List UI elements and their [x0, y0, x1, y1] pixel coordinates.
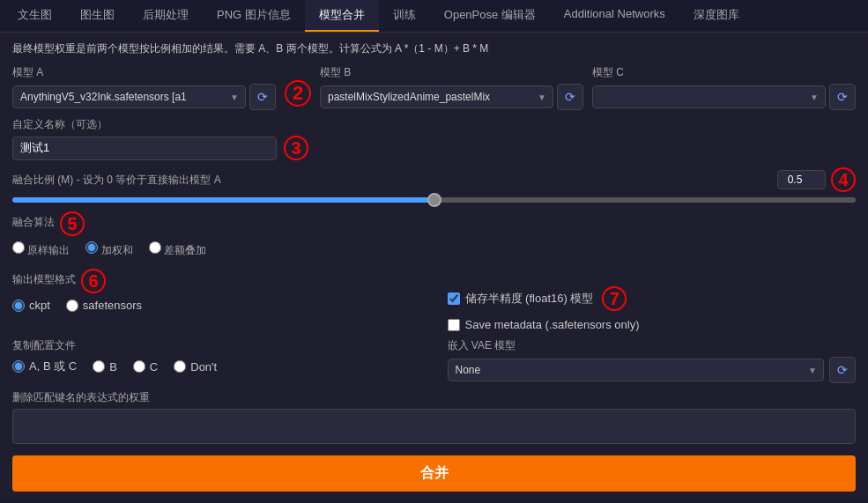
delete-expr-label: 删除匹配键名的表达式的权重: [12, 391, 150, 403]
save-half-checkbox-item[interactable]: 储存半精度 (float16) 模型: [448, 291, 594, 307]
annotation-2: 2: [285, 80, 311, 107]
delete-expr-textarea[interactable]: [12, 409, 856, 444]
nav-tab-img2img[interactable]: 图生图: [66, 0, 129, 32]
merge-ratio-label: 融合比例 (M) - 设为 0 等价于直接输出模型 A: [12, 173, 221, 188]
model-a-select-wrap: AnythingV5_v32Ink.safetensors [a1 ⟳: [12, 84, 276, 110]
merge-algo-label: 融合算法: [12, 215, 55, 230]
nav-tab-addnetworks[interactable]: Additional Networks: [550, 0, 679, 32]
copy-config-c-label: C: [150, 360, 158, 374]
copy-config-vae-row: 复制配置文件 A, B 或 C B C Don't: [12, 338, 856, 383]
save-half-checkbox[interactable]: [448, 292, 460, 305]
model-b-select-container: pastelMixStylizedAnime_pastelMix: [320, 85, 553, 108]
model-c-col: 模型 C ⟳: [592, 65, 856, 110]
custom-name-input[interactable]: [12, 137, 277, 160]
save-metadata-label: Save metadata (.safetensors only): [465, 318, 640, 331]
copy-config-c-radio[interactable]: [133, 360, 145, 373]
custom-name-label: 自定义名称（可选）: [12, 117, 856, 132]
merge-algo-diff[interactable]: 差额叠加: [149, 241, 206, 258]
embed-vae-col: 嵌入 VAE 模型 None ⟳: [448, 338, 857, 383]
output-safetensors-label: safetensors: [83, 299, 142, 312]
nav-tab-modelmerge[interactable]: 模型合并: [305, 0, 379, 32]
model-b-label: 模型 B: [320, 65, 583, 80]
merge-ratio-section: 融合比例 (M) - 设为 0 等价于直接输出模型 A 4: [12, 167, 856, 203]
main-content: 最终模型权重是前两个模型按比例相加的结果。需要 A、B 两个模型。计算公式为 A…: [0, 33, 868, 500]
nav-tab-openpose[interactable]: OpenPose 编辑器: [430, 0, 550, 32]
slider-header: 融合比例 (M) - 设为 0 等价于直接输出模型 A 4: [12, 167, 856, 192]
nav-tab-train[interactable]: 训练: [379, 0, 430, 32]
model-c-select-wrap: ⟳: [592, 84, 856, 110]
output-ckpt[interactable]: ckpt: [12, 299, 50, 312]
model-b-col: 模型 B pastelMixStylizedAnime_pastelMix ⟳: [320, 65, 583, 110]
merge-algo-weighted[interactable]: 加权和: [85, 241, 132, 258]
copy-config-dont[interactable]: Don't: [174, 360, 217, 374]
output-format-radio-group: ckpt safetensors: [12, 299, 421, 312]
model-c-label: 模型 C: [592, 65, 856, 80]
model-b-select[interactable]: pastelMixStylizedAnime_pastelMix: [320, 85, 553, 108]
model-a-refresh-btn[interactable]: ⟳: [249, 84, 276, 110]
output-format-col: 输出模型格式 6 ckpt safetensors: [12, 269, 421, 312]
copy-config-ab-or-c[interactable]: A, B 或 C: [12, 359, 77, 374]
annotation-4: 4: [831, 167, 856, 192]
merge-algo-raw-radio[interactable]: [12, 241, 25, 254]
output-format-label: 输出模型格式: [12, 272, 76, 287]
nav-tab-postprocess[interactable]: 后期处理: [129, 0, 203, 32]
copy-config-col: 复制配置文件 A, B 或 C B C Don't: [12, 338, 421, 374]
merge-algo-radio-group: 原样输出 加权和 差额叠加: [12, 241, 856, 262]
merge-algo-section: 融合算法 5 原样输出 加权和 差额叠加: [12, 211, 856, 262]
model-b-select-wrap: pastelMixStylizedAnime_pastelMix ⟳: [320, 84, 583, 110]
info-text: 最终模型权重是前两个模型按比例相加的结果。需要 A、B 两个模型。计算公式为 A…: [12, 41, 856, 56]
merge-ratio-slider[interactable]: [12, 197, 856, 203]
copy-config-b[interactable]: B: [93, 360, 117, 374]
custom-name-section: 自定义名称（可选） 3: [12, 117, 856, 160]
output-options-row: 输出模型格式 6 ckpt safetensors 储存半精度 (float16…: [12, 269, 856, 331]
model-c-select-container: [592, 85, 826, 108]
copy-config-b-radio[interactable]: [93, 360, 105, 373]
copy-config-dont-label: Don't: [190, 360, 217, 374]
vae-select-row: None ⟳: [448, 357, 857, 383]
model-a-col: 模型 A AnythingV5_v32Ink.safetensors [a1 ⟳: [12, 65, 276, 110]
annotation-5: 5: [60, 211, 85, 236]
copy-config-ab-or-c-radio[interactable]: [12, 360, 25, 373]
annotation-3: 3: [284, 136, 308, 160]
nav-tab-txt2img[interactable]: 文生图: [4, 0, 66, 32]
merge-ratio-value-input[interactable]: [777, 170, 826, 189]
slider-wrap: [12, 197, 856, 203]
nav-tab-deeplib[interactable]: 深度图库: [679, 0, 753, 32]
model-a-label: 模型 A: [12, 65, 276, 80]
embed-vae-label: 嵌入 VAE 模型: [448, 339, 516, 351]
copy-config-dont-radio[interactable]: [174, 360, 186, 373]
merge-algo-weighted-radio[interactable]: [85, 241, 98, 254]
output-ckpt-radio[interactable]: [12, 300, 25, 312]
vae-select[interactable]: None: [448, 359, 825, 381]
save-metadata-checkbox[interactable]: [448, 319, 460, 331]
model-b-refresh-btn[interactable]: ⟳: [557, 84, 583, 110]
model-c-refresh-btn[interactable]: ⟳: [829, 84, 856, 110]
merge-button[interactable]: 合并: [12, 455, 856, 492]
delete-expr-section: 删除匹配键名的表达式的权重: [12, 390, 856, 447]
merge-algo-raw-label: 原样输出: [27, 244, 70, 256]
save-metadata-checkbox-item[interactable]: Save metadata (.safetensors only): [448, 318, 857, 331]
vae-select-container: None: [448, 359, 825, 381]
copy-config-ab-or-c-label: A, B 或 C: [29, 359, 77, 374]
checkboxes-col: 储存半精度 (float16) 模型 7 Save metadata (.saf…: [448, 269, 857, 331]
copy-config-c[interactable]: C: [133, 360, 158, 374]
save-half-label: 储存半精度 (float16) 模型: [465, 291, 594, 307]
copy-config-label: 复制配置文件: [12, 339, 76, 351]
output-safetensors[interactable]: safetensors: [66, 299, 142, 312]
copy-config-radio-group: A, B 或 C B C Don't: [12, 359, 421, 374]
vae-refresh-btn[interactable]: ⟳: [829, 357, 856, 383]
nav-tab-pnginfo[interactable]: PNG 图片信息: [203, 0, 305, 32]
model-row: 模型 A AnythingV5_v32Ink.safetensors [a1 ⟳…: [12, 65, 856, 110]
model-c-select[interactable]: [592, 85, 826, 108]
output-safetensors-radio[interactable]: [66, 300, 78, 312]
copy-config-b-label: B: [109, 360, 117, 374]
annotation-6: 6: [81, 269, 106, 293]
merge-algo-diff-label: 差额叠加: [164, 244, 206, 256]
annotation-7: 7: [602, 286, 627, 311]
model-a-select-container: AnythingV5_v32Ink.safetensors [a1: [12, 85, 246, 108]
model-a-select[interactable]: AnythingV5_v32Ink.safetensors [a1: [12, 85, 246, 108]
output-ckpt-label: ckpt: [29, 299, 50, 312]
merge-algo-diff-radio[interactable]: [149, 241, 161, 254]
merge-algo-weighted-label: 加权和: [101, 244, 133, 256]
merge-algo-raw[interactable]: 原样输出: [12, 241, 70, 258]
